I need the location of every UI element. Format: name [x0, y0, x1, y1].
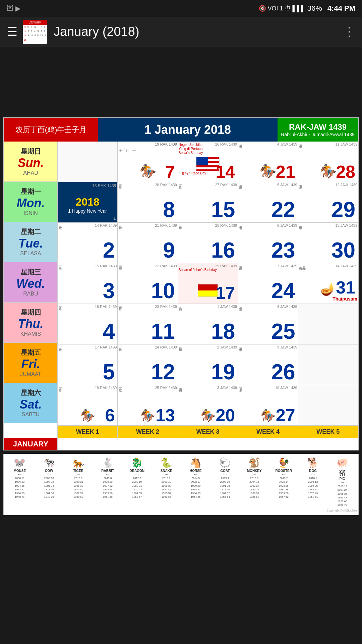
- date-cell-4[interactable]: 16 RAK 1439 十一月十八 4: [58, 304, 118, 344]
- date-cell-8[interactable]: 20 RAK 1439 十一月廿二 8: [118, 182, 178, 222]
- tuesday-row: 14 RAK 1439 十一月十六 2 21 RAK 1439 十一月廿三 9 …: [58, 223, 358, 263]
- date-grid: 十一月二十 19 RAK 1439 🏇 7 26 RAK 1439 Negeri…: [58, 142, 358, 438]
- date-cell-19[interactable]: 2 JAW 1439 十二月初三 19: [178, 344, 238, 385]
- hijri-month-label: RAK-JAW 1439 Rabi'ul-Akhir - Jumadil-Aww…: [278, 118, 358, 142]
- monday-row: 13 RAK 1439 2018 1 Happy New Year 1 20 R…: [58, 182, 358, 223]
- battery-indicator: 36%: [307, 4, 322, 13]
- date-cell-27[interactable]: 10 JAW 1439 十二月十一 🏇 27: [238, 385, 298, 425]
- chinese-month-label: 农历丁酉(鸡)年壬子月: [4, 118, 98, 142]
- zodiac-goat: 🐑 GOAT Yrs2015 42003 161991 281979 40196…: [210, 457, 240, 499]
- zodiac-snake: 🐍 SNAKE Yrs2013 62001 181989 301977 4219…: [152, 457, 181, 499]
- date-cell-16[interactable]: 28 RAK 1439 十一月三十 16: [178, 223, 238, 263]
- date-cell-6[interactable]: 18 RAK 1439 十一月廿十 🏇 6: [58, 385, 118, 425]
- week4-label: WEEK 4: [238, 426, 298, 438]
- calendar-header-row: 农历丁酉(鸡)年壬子月 1 January 2018 RAK-JAW 1439 …: [4, 118, 358, 142]
- date-cell-7[interactable]: 十一月二十 19 RAK 1439 🏇 7: [118, 142, 178, 182]
- zodiac-animals-row: 🐭 MOUSE Yrs2008 111996 231984 351972 471…: [5, 457, 357, 507]
- date-cell-26[interactable]: 9 JAW 1439 十二月初十 26: [238, 344, 298, 385]
- friday-row: 17 RAK 1439 十一月十九 5 24 RAK 1439 十一月廿六 12…: [58, 344, 358, 385]
- date-cell-9[interactable]: 21 RAK 1439 十一月廿三 9: [118, 223, 178, 263]
- wednesday-row: 15 RAK 1439 十一月十七 3 22 RAK 1439 十一月廿四 10…: [58, 263, 358, 304]
- saturday-header: 星期六 Sat. SABTU: [4, 383, 57, 423]
- date-cell-22[interactable]: 5 JAW 1439 十二月初六 22: [238, 182, 298, 222]
- week1-label: WEEK 1: [58, 426, 118, 438]
- zodiac-dragon: 🐉 DRAGON Yrs2012 72000 191988 311976 431…: [122, 457, 152, 499]
- status-bar: 🖼 ▶ 🔇 VOI 1 ⏱ ▌▌▌ 36% 4:44 PM: [0, 0, 362, 17]
- calendar-body: 星期日 Sun. AHAD 星期一 Mon. ISNIN 星期二 Tue. SE…: [4, 142, 358, 438]
- date-cell-3[interactable]: 15 RAK 1439 十一月十七 3: [58, 263, 118, 304]
- thursday-row: 16 RAK 1439 十一月十八 4 23 RAK 1439 十一月廿五 11…: [58, 304, 358, 344]
- gregorian-date-label: 1 January 2018: [98, 118, 278, 142]
- month-label-row: JANUARY: [4, 438, 358, 450]
- date-cell-21[interactable]: 4 JAW 1439 十二月初五 🏇 21: [238, 142, 298, 182]
- date-cell-20[interactable]: 3 JAW 1439 十二月初四 🏇 20: [178, 385, 238, 425]
- date-cell-2[interactable]: 14 RAK 1439 十一月十六 2: [58, 223, 118, 263]
- zodiac-monkey: 🐒 MONKEY Yrs2016 32004 151992 271980 391…: [240, 457, 269, 499]
- date-cell-17[interactable]: 29 RAK 1439 Sultan of Johor's Birthday 1…: [178, 263, 238, 304]
- zodiac-pig: 🐖 猪 PIG Yrs2019 122007 241995 361983 481…: [328, 457, 357, 507]
- overflow-menu-icon[interactable]: ⋮: [343, 25, 355, 39]
- copyright: Copyright © HiZMobile: [5, 509, 357, 512]
- zodiac-mouse: 🐭 MOUSE Yrs2008 111996 231984 351972 471…: [5, 457, 35, 499]
- date-cell-29[interactable]: 12 JAW 1439 十二月十三 29: [298, 182, 358, 222]
- app-icon: January S M T W T F S 1 2 3 4 5 6 7 8 9 …: [23, 20, 47, 44]
- app-header: ☰ January S M T W T F S 1 2 3 4 5 6 7 8 …: [0, 17, 362, 47]
- date-cell-empty-fri5: [298, 344, 358, 385]
- time-display: 4:44 PM: [327, 4, 355, 13]
- thursday-header: 星期四 Thu. KHAMIS: [4, 303, 57, 343]
- date-cell-1[interactable]: 13 RAK 1439 2018 1 Happy New Year 1: [58, 182, 118, 222]
- date-cell-30[interactable]: 13 JAW 1439 十二月十四 30: [298, 223, 358, 263]
- day-names-column: 星期日 Sun. AHAD 星期一 Mon. ISNIN 星期二 Tue. SE…: [4, 142, 58, 438]
- zodiac-rooster: 🐓 ROOSTER Yrs2017 22005 141993 261981 38…: [269, 457, 299, 499]
- monday-header: 星期一 Mon. ISNIN: [4, 182, 57, 222]
- ad-banner: [0, 47, 362, 114]
- date-cell-15[interactable]: 27 RAK 1439 十一月廿九 15: [178, 182, 238, 222]
- sunday-header: 星期日 Sun. AHAD: [4, 142, 57, 182]
- date-cell-23[interactable]: 6 JAW 1439 十二月初七 23: [238, 223, 298, 263]
- zodiac-dog: 🐕 DOG Yrs2018 12006 131994 251982 371970…: [298, 457, 328, 499]
- page-title: January (2018): [54, 24, 343, 39]
- zodiac-cow: 🐄 COW Yrs2009 101997 221985 341973 46196…: [35, 457, 64, 499]
- tuesday-header: 星期二 Tue. SELASA: [4, 222, 57, 262]
- week2-label: WEEK 2: [118, 426, 178, 438]
- date-cell-5[interactable]: 17 RAK 1439 十一月十九 5: [58, 344, 118, 385]
- wednesday-header: 星期三 Wed. RABU: [4, 262, 57, 303]
- date-cell-10[interactable]: 22 RAK 1439 十一月廿四 10: [118, 263, 178, 304]
- hamburger-menu[interactable]: ☰: [7, 25, 17, 39]
- date-cell-31[interactable]: 14 JAW 1439 十二月十五大宵夜 🪔 Thaipusam 31: [298, 263, 358, 304]
- zodiac-tiger: 🐅 TIGER Yrs2010 91998 211986 331974 4519…: [64, 457, 93, 499]
- zodiac-footer: 🐭 MOUSE Yrs2008 111996 231984 351972 471…: [3, 454, 359, 515]
- week-labels-row: WEEK 1 WEEK 2 WEEK 3 WEEK 4 WEEK 5: [58, 426, 358, 438]
- sunday-row: 十一月二十 19 RAK 1439 🏇 7 26 RAK 1439 Negeri…: [58, 142, 358, 182]
- date-cell-14[interactable]: 26 RAK 1439 Negeri SembilanYang di-Pertu…: [178, 142, 238, 182]
- friday-header: 星期五 Fri. JUMAAT: [4, 343, 57, 383]
- date-cell-18[interactable]: 1 JAW 1439 十二月初二 18: [178, 304, 238, 344]
- saturday-row: 18 RAK 1439 十一月廿十 🏇 6 25 RAK 1439 十一月廿七 …: [58, 385, 358, 426]
- calendar-main: 农历丁酉(鸡)年壬子月 1 January 2018 RAK-JAW 1439 …: [3, 117, 359, 450]
- date-cell-11[interactable]: 23 RAK 1439 十一月廿五 11: [118, 304, 178, 344]
- week3-label: WEEK 3: [178, 426, 238, 438]
- date-cell-28[interactable]: 11 JAW 1439 十二月十二 🏇 28: [298, 142, 358, 182]
- date-cell-24[interactable]: 7 JAW 1439 十二月初八 24: [238, 263, 298, 304]
- date-cell-12[interactable]: 24 RAK 1439 十一月廿六 12: [118, 344, 178, 385]
- date-cell-13[interactable]: 25 RAK 1439 十一月廿七 🏇 13: [118, 385, 178, 425]
- zodiac-rabbit: 🐇 RABBIT Yrs2011 81999 201987 321975 441…: [93, 457, 123, 499]
- month-name-label: JANUARY: [4, 438, 58, 450]
- date-cell-25[interactable]: 8 JAW 1439 十二月初九 25: [238, 304, 298, 344]
- week5-label: WEEK 5: [298, 426, 358, 438]
- date-cell-empty-sat5: [298, 385, 358, 425]
- date-cell-empty-sun1[interactable]: [58, 142, 118, 182]
- zodiac-horse: 🐴 HORSE Yrs2014 52002 171990 291978 4119…: [181, 457, 210, 499]
- date-cell-empty-thu5: [298, 304, 358, 344]
